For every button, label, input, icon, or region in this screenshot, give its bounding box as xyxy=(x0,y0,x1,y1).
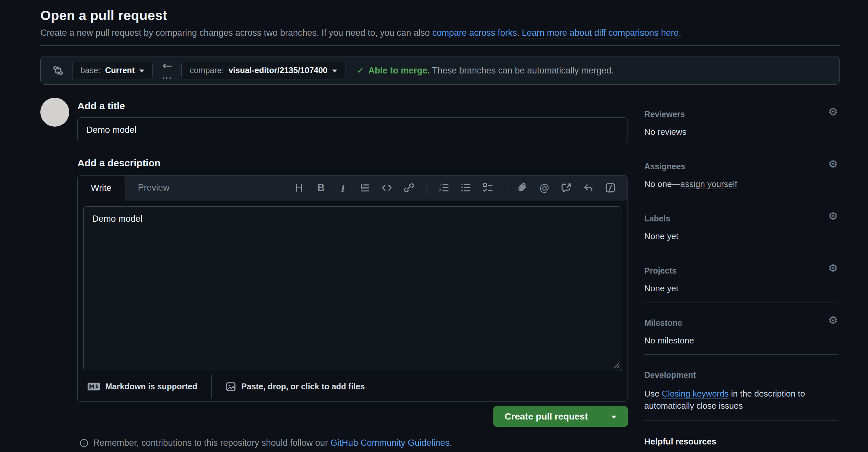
sidebar-section-milestone: Milestone ⚙ No milestone xyxy=(644,302,838,355)
reply-icon[interactable] xyxy=(582,182,594,195)
create-pr-button[interactable]: Create pull request xyxy=(493,406,599,427)
sidebar-section-assignees: Assignees ⚙ No one—assign yourself xyxy=(644,146,838,198)
markdown-supported-link[interactable]: Markdown is supported xyxy=(88,382,197,391)
info-icon xyxy=(80,439,89,448)
projects-title: Projects xyxy=(644,266,838,276)
base-branch-name: Current xyxy=(105,66,134,75)
sidebar-section-projects: Projects ⚙ None yet xyxy=(644,250,838,302)
chevron-down-icon xyxy=(139,69,144,72)
compare-branch-selector[interactable]: compare: visual-editor/2135/107400 xyxy=(181,62,345,79)
check-icon: ✓ xyxy=(356,65,364,76)
compare-across-forks-link[interactable]: compare across forks xyxy=(432,28,517,38)
editor-footer: Markdown is supported Paste, drop, or cl… xyxy=(78,371,627,401)
quote-icon[interactable] xyxy=(359,182,371,195)
note-guidelines-link[interactable]: GitHub Community Guidelines xyxy=(330,438,450,448)
toolbar-divider xyxy=(505,182,505,195)
gear-icon[interactable]: ⚙ xyxy=(828,263,838,273)
chevron-down-icon xyxy=(332,69,337,72)
labels-title: Labels xyxy=(644,214,838,223)
code-icon[interactable] xyxy=(381,182,393,195)
attach-files-label: Paste, drop, or click to add files xyxy=(242,382,365,391)
action-row: Create pull request xyxy=(78,406,628,427)
gear-icon[interactable]: ⚙ xyxy=(828,315,838,326)
markdown-icon xyxy=(88,383,100,391)
compare-branch-name: visual-editor/2135/107400 xyxy=(229,66,328,75)
assignees-value: No one— xyxy=(644,179,680,189)
footer-divider xyxy=(211,374,212,398)
slash-command-icon[interactable] xyxy=(604,182,616,195)
diff-comparisons-link[interactable]: Learn more about diff comparisons here xyxy=(522,28,679,38)
paperclip-icon[interactable] xyxy=(516,182,528,195)
link-icon[interactable] xyxy=(403,182,415,195)
note-period: . xyxy=(450,438,453,448)
git-compare-icon xyxy=(53,65,64,76)
gear-icon[interactable]: ⚙ xyxy=(828,106,838,117)
editor-body: Demo model xyxy=(78,200,627,371)
image-icon xyxy=(225,381,236,392)
toolbar-divider xyxy=(426,182,427,195)
closing-keywords-link[interactable]: Closing keywords xyxy=(662,389,728,398)
pull-request-page: Open a pull request Create a new pull re… xyxy=(0,0,868,452)
resize-handle-icon[interactable] xyxy=(613,361,620,369)
description-field-label: Add a description xyxy=(78,157,628,169)
assign-yourself-link[interactable]: assign yourself xyxy=(680,179,737,189)
triangle-down-icon xyxy=(611,416,616,419)
avatar-column xyxy=(40,98,78,127)
cross-reference-icon[interactable] xyxy=(560,182,572,195)
merge-status-label: Able to merge. xyxy=(368,66,430,75)
create-pr-split-button: Create pull request xyxy=(493,406,628,427)
main-row: Add a title Add a description Write Prev… xyxy=(40,98,840,452)
helpful-resources-title: Helpful resources xyxy=(644,437,838,447)
merge-status-detail: These branches can be automatically merg… xyxy=(432,66,614,75)
subtitle-separator: . xyxy=(517,28,522,38)
tab-preview[interactable]: Preview xyxy=(125,175,183,200)
svg-text:1: 1 xyxy=(439,182,441,187)
milestone-title: Milestone xyxy=(644,318,838,328)
markdown-toolbar: H B I xyxy=(293,175,627,200)
markdown-supported-label: Markdown is supported xyxy=(105,382,197,391)
ordered-list-icon[interactable]: 12 xyxy=(438,182,450,195)
tab-write[interactable]: Write xyxy=(78,175,125,201)
assignees-title: Assignees xyxy=(644,162,838,171)
sidebar-section-development: Development Use Closing keywords in the … xyxy=(644,355,838,421)
create-pr-options-button[interactable] xyxy=(599,406,628,427)
reviewers-value: No reviews xyxy=(644,127,838,137)
bold-icon[interactable]: B xyxy=(315,182,327,195)
milestone-value: No milestone xyxy=(644,335,838,346)
gear-icon[interactable]: ⚙ xyxy=(828,211,838,221)
sidebar-section-labels: Labels ⚙ None yet xyxy=(644,198,838,250)
reviewers-title: Reviewers xyxy=(644,109,838,119)
title-field-label: Add a title xyxy=(78,100,628,111)
development-text: Use xyxy=(644,389,662,398)
page-subtitle: Create a new pull request by comparing c… xyxy=(40,28,840,38)
avatar xyxy=(40,98,69,127)
base-branch-selector[interactable]: base: Current xyxy=(72,62,153,79)
page-content: Open a pull request Create a new pull re… xyxy=(40,0,840,452)
tasklist-icon[interactable] xyxy=(482,182,494,195)
heading-icon[interactable]: H xyxy=(293,182,305,195)
base-branch-prefix: base: xyxy=(81,66,100,75)
branch-compare-bar: base: Current ← … compare: visual-editor… xyxy=(40,56,840,85)
unordered-list-icon[interactable] xyxy=(460,182,472,195)
svg-text:2: 2 xyxy=(439,188,441,193)
pr-description-textarea[interactable]: Demo model xyxy=(83,206,622,371)
sidebar-section-helpful-resources: Helpful resources GitHub Community Guide… xyxy=(644,421,838,452)
textarea-wrapper: Demo model xyxy=(83,206,622,371)
compare-branch-prefix: compare: xyxy=(190,66,224,75)
projects-value: None yet xyxy=(644,283,838,294)
page-header: Open a pull request Create a new pull re… xyxy=(40,0,840,45)
subtitle-text: Create a new pull request by comparing c… xyxy=(40,28,432,38)
pr-form: Add a title Add a description Write Prev… xyxy=(78,98,628,448)
markdown-editor: Write Preview H B I xyxy=(78,175,628,402)
ellipsis-icon: … xyxy=(162,71,172,79)
gear-icon[interactable]: ⚙ xyxy=(828,158,838,169)
merge-status: ✓ Able to merge. These branches can be a… xyxy=(356,65,614,76)
mention-icon[interactable]: @ xyxy=(538,182,551,195)
pr-title-input[interactable] xyxy=(78,118,628,142)
branch-direction-indicator: ← … xyxy=(162,61,172,79)
sidebar-section-reviewers: Reviewers ⚙ No reviews xyxy=(644,98,838,146)
community-guidelines-note: Remember, contributions to this reposito… xyxy=(78,438,628,448)
italic-icon[interactable]: I xyxy=(337,182,349,195)
attach-files-button[interactable]: Paste, drop, or click to add files xyxy=(225,381,365,392)
editor-tab-bar: Write Preview H B I xyxy=(78,175,627,200)
